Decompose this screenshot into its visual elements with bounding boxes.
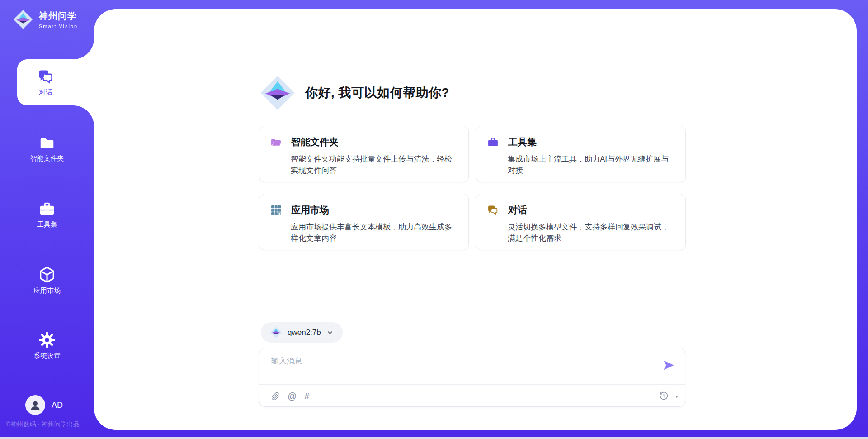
sidebar-item-label: 对话 [39,88,52,97]
cube-icon [38,266,56,283]
card-title: 工具集 [508,136,537,148]
model-selector[interactable]: qwen2:7b [261,322,343,343]
gem-logo-icon [259,74,296,111]
card-title: 对话 [508,204,527,216]
card-smart-folders[interactable]: 智能文件夹 智能文件夹功能支持批量文件上传与清洗，轻松实现文件问答 [259,126,469,182]
sidebar-item-toolset[interactable]: 工具集 [0,201,94,235]
gear-icon [38,331,56,348]
hash-icon[interactable]: # [304,391,309,401]
sidebar-footer: ©神州数码 · 神州问学出品 [6,420,80,429]
app-root: 神州问学 Smart Vision 对话 智能文件夹 [0,0,868,439]
folder-icon [270,137,282,148]
at-icon[interactable]: @ [288,391,297,401]
brand-gem-logo-icon [13,9,33,30]
toolbox-icon [39,201,55,217]
greeting-text: 你好, 我可以如何帮助你? [305,84,449,101]
greeting: 你好, 我可以如何帮助你? [259,74,449,112]
paperclip-icon[interactable] [271,392,280,401]
brand: 神州问学 Smart Vision [13,9,78,30]
chat-bubbles-icon [487,205,499,216]
sidebar-item-smart-folders[interactable]: 智能文件夹 [0,135,94,169]
window-bottom-edge [0,437,868,439]
user-profile[interactable]: AD [25,395,63,415]
history-icon[interactable] [659,391,669,401]
brand-subtitle: Smart Vision [39,24,78,29]
sidebar-item-label: 应用市场 [33,286,61,295]
avatar [25,395,45,415]
chat-bubbles-icon [38,68,54,85]
card-description: 集成市场上主流工具，助力AI与外界无缝扩展与对接 [508,153,675,176]
toolbox-icon [487,137,499,148]
card-toolset[interactable]: 工具集 集成市场上主流工具，助力AI与外界无缝扩展与对接 [476,126,686,182]
composer-divider [259,384,685,385]
chevron-down-icon [326,329,334,336]
card-title: 应用市场 [291,204,329,216]
message-composer: @ # [259,348,685,407]
sidebar-item-chat[interactable]: 对话 [17,59,94,105]
message-input[interactable] [271,356,651,381]
user-initials: AD [52,401,63,410]
sidebar-item-settings[interactable]: 系统设置 [0,331,94,366]
sidebar-item-app-market[interactable]: 应用市场 [0,266,94,301]
grid-icon [270,205,282,216]
card-app-market[interactable]: 应用市场 应用市场提供丰富长文本模板，助力高效生成多样化文章内容 [259,194,469,250]
card-description: 智能文件夹功能支持批量文件上传与清洗，轻松实现文件问答 [291,153,458,176]
send-icon[interactable] [662,359,675,372]
brand-name: 神州问学 [39,10,78,22]
model-name: qwen2:7b [288,328,321,337]
card-title: 智能文件夹 [291,136,339,148]
sidebar-item-label: 工具集 [37,220,57,229]
sidebar-item-label: 系统设置 [33,352,61,360]
folder-icon [39,135,55,151]
card-chat[interactable]: 对话 灵活切换多模型文件，支持多样回复效果调试，满足个性化需求 [476,194,686,250]
sidebar-item-label: 智能文件夹 [30,154,64,163]
person-icon [29,399,42,411]
feature-cards: 智能文件夹 智能文件夹功能支持批量文件上传与清洗，轻松实现文件问答 [259,126,686,250]
card-description: 灵活切换多模型文件，支持多样回复效果调试，满足个性化需求 [508,221,675,244]
card-description: 应用市场提供丰富长文本模板，助力高效生成多样化文章内容 [291,221,458,244]
gem-logo-icon [270,326,282,339]
